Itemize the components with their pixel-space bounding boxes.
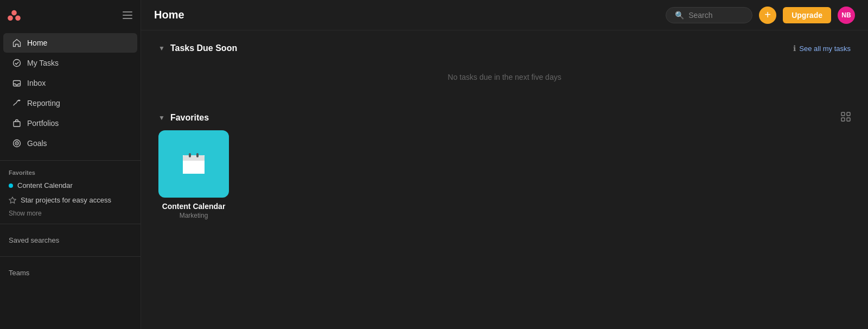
sidebar-item-portfolios[interactable]: Portfolios [3, 113, 137, 133]
favorites-item-label: Content Calendar [17, 181, 73, 189]
favorites-item-content-calendar[interactable]: Content Calendar [0, 178, 141, 193]
svg-rect-28 [183, 172, 205, 174]
portfolios-icon [12, 118, 22, 128]
svg-rect-5 [123, 18, 132, 19]
svg-point-6 [14, 60, 21, 67]
blue-dot-icon [9, 184, 13, 188]
sidebar-item-inbox[interactable]: Inbox [3, 73, 137, 93]
search-icon: 🔍 [675, 11, 684, 20]
divider-2 [0, 224, 141, 224]
sidebar-item-portfolios-label: Portfolios [27, 119, 59, 128]
see-all-label: See all my tasks [799, 45, 851, 53]
avatar[interactable]: NB [838, 7, 855, 24]
favorites-main-section: ▼ Favorites [158, 112, 851, 219]
sidebar-nav: Home My Tasks Inbox Reporting [0, 30, 141, 156]
sidebar-item-reporting[interactable]: Reporting [3, 93, 137, 113]
page-title: Home [154, 9, 184, 21]
svg-point-2 [15, 15, 21, 21]
tasks-icon [12, 58, 22, 68]
star-projects-item[interactable]: Star projects for easy access [0, 193, 141, 207]
sidebar-item-my-tasks-label: My Tasks [27, 59, 59, 67]
favorites-header-left: ▼ Favorites [158, 113, 221, 123]
asana-logo-icon [7, 8, 22, 23]
sidebar-item-goals[interactable]: Goals [3, 134, 137, 153]
tasks-due-soon-section: ▼ Tasks Due Soon ℹ See all my tasks No t… [158, 43, 851, 94]
star-icon [9, 197, 16, 204]
svg-rect-9 [14, 122, 20, 126]
grid-view-icon[interactable] [841, 112, 851, 124]
svg-rect-3 [123, 11, 132, 12]
svg-rect-16 [847, 118, 850, 121]
star-projects-label: Star projects for easy access [21, 196, 111, 204]
upgrade-button[interactable]: Upgrade [783, 7, 831, 23]
hamburger-icon [123, 11, 132, 19]
sidebar: Home My Tasks Inbox Reporting [0, 0, 141, 329]
search-placeholder: Search [688, 11, 712, 20]
favorites-section-title: Favorites [0, 165, 141, 178]
sidebar-item-home[interactable]: Home [3, 33, 137, 53]
saved-searches-section: Saved searches [0, 229, 141, 252]
sidebar-item-reporting-label: Reporting [27, 99, 60, 107]
reporting-icon [12, 98, 22, 108]
divider-3 [0, 256, 141, 257]
sidebar-item-goals-label: Goals [27, 139, 47, 148]
svg-rect-13 [841, 112, 845, 116]
sidebar-item-inbox-label: Inbox [27, 79, 46, 87]
see-all-tasks-button[interactable]: ℹ See all my tasks [793, 44, 851, 53]
show-more-button[interactable]: Show more [0, 207, 141, 219]
teams-section: Teams [0, 261, 141, 284]
sidebar-item-my-tasks[interactable]: My Tasks [3, 53, 137, 73]
main-content: Home 🔍 Search + Upgrade NB ▼ Tasks Due S… [141, 0, 868, 329]
topbar: Home 🔍 Search + Upgrade NB [141, 0, 868, 30]
calendar-icon [180, 150, 208, 178]
svg-rect-24 [196, 153, 199, 157]
sidebar-toggle-button[interactable] [121, 9, 134, 22]
saved-searches-label[interactable]: Saved searches [0, 231, 141, 250]
svg-point-8 [18, 100, 20, 102]
topbar-actions: 🔍 Search + Upgrade NB [666, 7, 855, 24]
svg-point-1 [8, 15, 13, 21]
info-icon: ℹ [793, 44, 796, 53]
divider-1 [0, 160, 141, 161]
tasks-header-left: ▼ Tasks Due Soon [158, 43, 249, 53]
asana-logo[interactable] [7, 8, 22, 23]
svg-rect-23 [189, 153, 191, 157]
content-area: ▼ Tasks Due Soon ℹ See all my tasks No t… [141, 30, 868, 329]
favorites-section-header: ▼ Favorites [158, 112, 851, 124]
project-card-thumbnail [158, 130, 229, 198]
project-card-content-calendar[interactable]: Content Calendar Marketing [158, 130, 229, 219]
search-bar[interactable]: 🔍 Search [666, 7, 752, 23]
sidebar-item-home-label: Home [27, 39, 47, 47]
tasks-empty-state: No tasks due in the next five days [158, 60, 851, 94]
tasks-chevron-icon[interactable]: ▼ [158, 45, 165, 52]
home-icon [12, 38, 22, 48]
favorites-section-title: Favorites [170, 113, 209, 123]
favorites-chevron-icon[interactable]: ▼ [158, 114, 165, 122]
goals-icon [12, 138, 22, 148]
tasks-section-header: ▼ Tasks Due Soon ℹ See all my tasks [158, 43, 851, 53]
svg-rect-14 [847, 112, 850, 116]
tasks-section-title: Tasks Due Soon [170, 43, 237, 53]
sidebar-header [0, 0, 141, 30]
favorites-section: Favorites Content Calendar Star projects… [0, 165, 141, 219]
svg-point-0 [11, 10, 17, 16]
teams-label[interactable]: Teams [0, 263, 141, 282]
add-button[interactable]: + [759, 7, 776, 24]
svg-rect-15 [841, 118, 845, 121]
project-card-team: Marketing [180, 212, 208, 219]
svg-rect-4 [123, 15, 132, 16]
favorites-grid: Content Calendar Marketing [158, 130, 851, 219]
svg-point-12 [16, 143, 17, 144]
inbox-icon [12, 78, 22, 88]
project-card-name: Content Calendar [162, 202, 226, 211]
